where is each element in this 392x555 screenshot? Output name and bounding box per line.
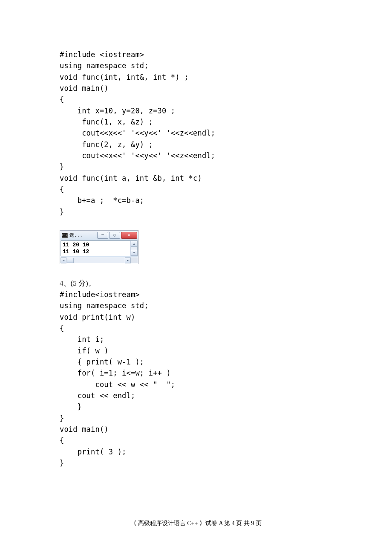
console-titlebar: C:\ 选...	[60, 231, 138, 240]
question-heading: 4、(5 分)。	[60, 278, 332, 289]
vertical-scrollbar[interactable]: ▲ ▼	[130, 241, 137, 256]
scroll-left-icon[interactable]: ◄	[61, 257, 66, 263]
code-block-1: #include <iostream> using namespace std;…	[60, 49, 332, 217]
horizontal-scrollbar[interactable]: ◄ ►	[61, 257, 138, 263]
page-footer: 《 高级程序设计语言 C++ 》试卷 A 第 4 页 共 9 页	[0, 519, 392, 528]
console-body: 11 20 10 11 10 12 ▲ ▼	[61, 240, 138, 256]
cmd-icon: C:\	[62, 233, 68, 238]
console-output: 11 20 10 11 10 12	[63, 242, 135, 255]
maximize-button[interactable]	[109, 232, 120, 239]
scroll-down-icon[interactable]: ▼	[131, 250, 137, 256]
scroll-thumb[interactable]	[67, 258, 74, 263]
scroll-right-icon[interactable]: ►	[125, 257, 131, 263]
code-block-2: #include<iostream> using namespace std; …	[60, 289, 332, 469]
scroll-up-icon[interactable]: ▲	[131, 241, 137, 247]
console-window: C:\ 选... 11 20 10 11 10 12 ▲ ▼ ◄ ►	[60, 230, 138, 264]
console-title: 选...	[69, 232, 96, 239]
minimize-button[interactable]	[97, 232, 108, 239]
question-4: 4、(5 分)。 #include<iostream> using namesp…	[60, 278, 332, 468]
scroll-corner	[131, 257, 138, 263]
close-button[interactable]	[121, 232, 137, 239]
